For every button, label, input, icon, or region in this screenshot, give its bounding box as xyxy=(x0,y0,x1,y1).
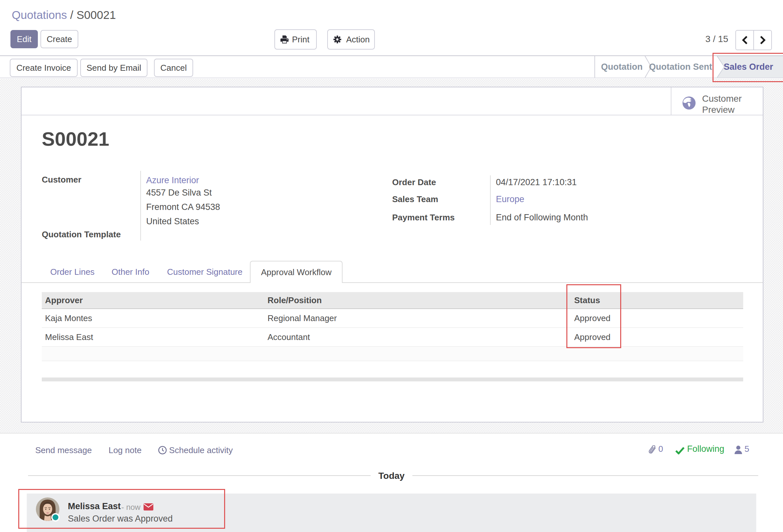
svg-text:Quotation Sent: Quotation Sent xyxy=(649,62,712,72)
svg-text:Quotation: Quotation xyxy=(601,62,643,72)
